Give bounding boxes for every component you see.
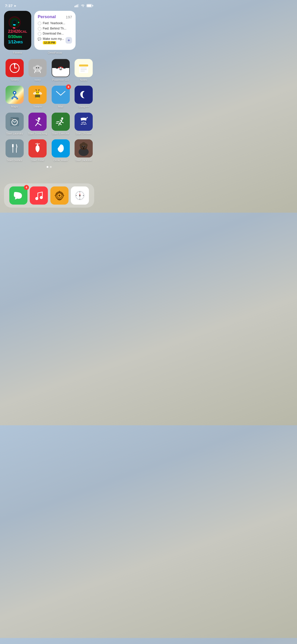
notes-label: Notes: [80, 78, 87, 82]
fitness-widget[interactable]: 22/420CAL 0/30MIN 1/12HRS: [4, 11, 31, 50]
dock-messages[interactable]: 4: [9, 186, 27, 205]
svg-point-41: [39, 89, 40, 90]
omni-item-2: Download the...: [38, 32, 72, 36]
overcast-icon[interactable]: [50, 186, 69, 205]
swarm-icon[interactable]: [28, 86, 47, 104]
omnifocus-widget[interactable]: Personal 197 Fwd: Yearbook... Fwd: Behin…: [34, 11, 76, 50]
app-water[interactable]: Drink Water: [50, 139, 71, 162]
svg-point-64: [84, 124, 85, 125]
omni-item-0: Fwd: Yearbook...: [38, 21, 72, 25]
app-stretching[interactable]: Start Stretching: [27, 113, 48, 135]
omni-circle-3: 💬: [38, 37, 41, 41]
svg-point-65: [85, 123, 86, 124]
omni-item-1: Fwd: Behind Th...: [38, 27, 72, 31]
svg-rect-5: [92, 5, 93, 6]
omnifocus-count: 197: [66, 15, 72, 19]
food-label: Start Food: [31, 159, 44, 162]
location-icon: ►: [14, 4, 17, 8]
mail-icon[interactable]: 8: [52, 86, 70, 104]
laundry-svg: [9, 116, 20, 127]
water-icon[interactable]: [52, 139, 70, 157]
app-jackson[interactable]: Start Jackson: [73, 139, 94, 162]
stretching-icon[interactable]: [28, 113, 47, 131]
app-pokemon[interactable]: Pokémon GO: [50, 59, 71, 82]
svg-point-17: [35, 65, 40, 70]
sleep-icon[interactable]: [75, 86, 93, 104]
svg-line-53: [38, 123, 41, 125]
svg-point-24: [60, 67, 62, 69]
maps-icon[interactable]: [6, 86, 24, 104]
music-svg: [33, 190, 44, 201]
dock-overcast[interactable]: [50, 186, 69, 205]
app-timery[interactable]: Timery: [4, 59, 25, 82]
timery-icon[interactable]: [6, 59, 24, 77]
svg-rect-26: [79, 65, 88, 67]
app-exercise[interactable]: Start Exercise: [50, 113, 71, 135]
svg-point-79: [85, 146, 85, 146]
svg-rect-33: [35, 95, 40, 96]
app-laundry[interactable]: Start Laundry: [4, 113, 25, 135]
ivory-label: Ivory: [35, 78, 41, 82]
timery-label: Timery: [10, 78, 19, 82]
svg-rect-34: [35, 96, 40, 97]
laundry-icon[interactable]: [6, 113, 24, 131]
dishes-svg: [9, 143, 20, 154]
omni-add-btn[interactable]: +: [65, 37, 72, 44]
omni-circle-2: [38, 32, 41, 36]
app-maps[interactable]: Maps: [4, 86, 25, 108]
omni-text-0: Fwd: Yearbook...: [43, 21, 65, 25]
mail-svg: [55, 90, 66, 99]
svg-point-63: [82, 123, 83, 124]
svg-point-31: [14, 92, 15, 93]
sleep-label: Sleep++: [79, 105, 89, 108]
dishes-icon[interactable]: [6, 139, 24, 157]
fitness-widget-container[interactable]: 22/420CAL 0/30MIN 1/12HRS Fitness: [4, 11, 31, 54]
svg-point-42: [36, 92, 37, 93]
fitness-min: 0/30MIN: [8, 34, 27, 40]
omni-time-3: 12:25 PM: [43, 41, 56, 44]
omni-item-3: 💬 Make sure my... 12:25 PM +: [38, 37, 72, 45]
music-icon[interactable]: [30, 186, 48, 205]
signal-icon: [75, 4, 79, 7]
jackson-icon[interactable]: [75, 139, 93, 157]
dishes-label: Start Dishes: [7, 159, 22, 162]
dock-music[interactable]: [30, 186, 48, 205]
svg-point-48: [12, 118, 13, 119]
svg-line-52: [36, 123, 38, 126]
omnifocus-widget-container[interactable]: Personal 197 Fwd: Yearbook... Fwd: Behin…: [34, 11, 76, 54]
jackson-svg: [75, 139, 93, 157]
app-swarm[interactable]: Swarm: [27, 86, 48, 108]
food-svg: [32, 143, 43, 154]
exercise-label: Start Exercise: [52, 132, 69, 135]
dot-2: [50, 166, 52, 168]
app-shower[interactable]: Start Shower: [73, 113, 94, 135]
app-ivory[interactable]: Ivory: [27, 59, 48, 82]
dock-safari[interactable]: [71, 186, 89, 205]
svg-rect-2: [77, 5, 78, 7]
app-mail[interactable]: 8 Mail: [50, 86, 71, 108]
omni-circle-0: [38, 22, 41, 25]
svg-point-80: [83, 147, 84, 148]
shower-icon[interactable]: [75, 113, 93, 131]
app-notes[interactable]: Notes: [73, 59, 94, 82]
svg-point-39: [36, 89, 37, 90]
svg-point-20: [36, 67, 37, 69]
activity-rings: [8, 16, 21, 29]
safari-icon[interactable]: [71, 186, 89, 205]
app-dishes[interactable]: Start Dishes: [4, 139, 25, 162]
omni-circle-1: [38, 27, 41, 30]
notes-icon[interactable]: [75, 59, 93, 77]
pokemon-icon[interactable]: [52, 59, 70, 77]
app-food[interactable]: Start Food: [27, 139, 48, 162]
fitness-label: Fitness: [13, 51, 22, 54]
app-sleep[interactable]: Sleep++: [73, 86, 94, 108]
exercise-icon[interactable]: [52, 113, 70, 131]
svg-rect-3: [78, 4, 79, 7]
messages-icon[interactable]: 4: [9, 186, 27, 205]
omnifocus-label: OmniFocus: [48, 51, 62, 54]
messages-svg: [13, 190, 24, 201]
ivory-icon[interactable]: [28, 59, 47, 77]
food-icon[interactable]: [28, 139, 47, 157]
maps-svg: [9, 89, 20, 100]
pokemon-svg: [56, 63, 65, 73]
